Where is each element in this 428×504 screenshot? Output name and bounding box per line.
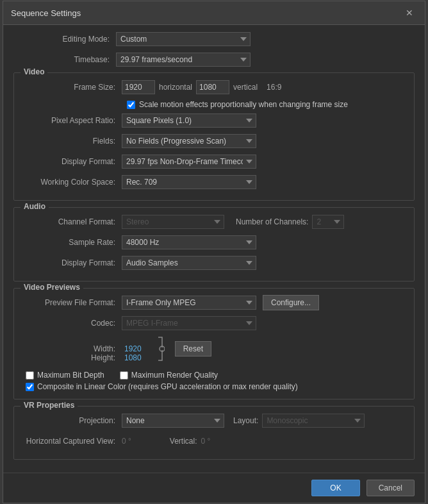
preview-file-format-row: Preview File Format: I-Frame Only MPEG C… [19, 295, 409, 310]
vertical-label-vr: Vertical: [170, 437, 197, 446]
projection-label: Projection: [19, 416, 122, 425]
vertical-label: vertical [233, 83, 258, 92]
editing-mode-label: Editing Mode: [13, 35, 116, 44]
composite-linear-checkbox[interactable] [26, 383, 34, 391]
layout-select[interactable]: Monoscopic [262, 414, 365, 428]
aspect-ratio: 16:9 [267, 83, 281, 92]
fields-select[interactable]: No Fields (Progressive Scan) [122, 134, 256, 148]
max-render-quality-label: Maximum Render Quality [131, 371, 218, 380]
link-bracket [152, 336, 165, 362]
video-display-format-label: Display Format: [19, 157, 122, 166]
codec-label: Codec: [19, 319, 122, 328]
vr-properties-section: VR Properties Projection: None Layout: M… [13, 406, 415, 460]
channel-format-row: Channel Format: Stereo Number of Channel… [19, 214, 409, 230]
working-color-space-row: Working Color Space: Rec. 709 [19, 174, 409, 190]
preview-height-label: Height: [19, 353, 122, 362]
codec-select[interactable]: MPEG I-Frame [122, 316, 256, 330]
link-bracket-svg [152, 336, 165, 362]
vr-properties-title: VR Properties [21, 401, 78, 410]
dialog-content: Editing Mode: Custom Timebase: 29.97 fra… [3, 25, 425, 473]
vertical-value: 0 ° [201, 437, 211, 446]
preview-file-format-select[interactable]: I-Frame Only MPEG [122, 296, 256, 310]
composite-linear-label: Composite in Linear Color (requires GPU … [37, 382, 298, 391]
sequence-settings-dialog: Sequence Settings ✕ Editing Mode: Custom… [3, 1, 425, 503]
composite-linear-row: Composite in Linear Color (requires GPU … [26, 382, 409, 391]
preview-file-format-label: Preview File Format: [19, 298, 122, 307]
working-color-space-select[interactable]: Rec. 709 [122, 175, 256, 189]
video-previews-title: Video Previews [21, 283, 83, 292]
num-channels-select[interactable]: 2 [312, 215, 344, 229]
pixel-aspect-label: Pixel Aspect Ratio: [19, 116, 122, 125]
preview-height-value: 1080 [124, 353, 142, 362]
max-bit-depth-label: Maximum Bit Depth [37, 371, 104, 380]
fields-row: Fields: No Fields (Progressive Scan) [19, 133, 409, 149]
timebase-select[interactable]: 29.97 frames/second [116, 53, 251, 67]
quality-checkboxes-row: Maximum Bit Depth Maximum Render Quality [26, 371, 409, 380]
editing-mode-select[interactable]: Custom [116, 32, 251, 46]
configure-button[interactable]: Configure... [263, 295, 319, 310]
reset-area: Reset [175, 341, 211, 357]
max-bit-depth-checkbox[interactable] [26, 371, 34, 380]
audio-display-format-row: Display Format: Audio Samples [19, 255, 409, 271]
dialog-title: Sequence Settings [11, 8, 81, 18]
horizontal-label: horizontal [159, 83, 192, 92]
audio-display-format-label: Display Format: [19, 258, 122, 267]
sample-rate-row: Sample Rate: 48000 Hz [19, 235, 409, 250]
scale-checkbox-row: Scale motion effects proportionally when… [19, 100, 409, 109]
video-display-format-select[interactable]: 29.97 fps Non-Drop-Frame Timecode [122, 155, 256, 169]
audio-section: Audio Channel Format: Stereo Number of C… [13, 207, 415, 281]
cancel-button[interactable]: Cancel [366, 480, 415, 496]
captured-view-row: Horizontal Captured View: 0 ° Vertical: … [19, 433, 409, 449]
reset-button[interactable]: Reset [175, 341, 211, 357]
video-section: Video Frame Size: 1920 horizontal 1080 v… [13, 72, 415, 201]
frame-height-input[interactable]: 1080 [196, 80, 229, 94]
pixel-aspect-select[interactable]: Square Pixels (1.0) [122, 113, 256, 128]
preview-width-label: Width: [19, 344, 122, 353]
video-display-format-row: Display Format: 29.97 fps Non-Drop-Frame… [19, 154, 409, 169]
editing-mode-row: Editing Mode: Custom [13, 31, 415, 47]
max-bit-depth-container: Maximum Bit Depth [26, 371, 104, 380]
frame-size-label: Frame Size: [19, 83, 122, 92]
num-channels-label: Number of Channels: [236, 217, 308, 226]
sample-rate-select[interactable]: 48000 Hz [122, 235, 256, 249]
frame-width-input[interactable]: 1920 [122, 80, 155, 94]
timebase-row: Timebase: 29.97 frames/second [13, 52, 415, 67]
audio-display-format-select[interactable]: Audio Samples [122, 256, 256, 270]
fields-label: Fields: [19, 137, 122, 146]
codec-row: Codec: MPEG I-Frame [19, 315, 409, 331]
preview-width-value: 1920 [124, 344, 142, 353]
scale-checkbox[interactable] [127, 101, 135, 109]
max-render-quality-checkbox[interactable] [120, 371, 128, 380]
horizontal-captured-label: Horizontal Captured View: [19, 437, 122, 446]
horizontal-captured-value: 0 ° [122, 437, 131, 446]
layout-label: Layout: [233, 416, 258, 425]
channel-format-select[interactable]: Stereo [122, 215, 224, 229]
timebase-label: Timebase: [13, 55, 116, 64]
projection-select[interactable]: None [122, 414, 224, 428]
video-section-title: Video [21, 67, 47, 76]
dialog-footer: OK Cancel [3, 473, 425, 503]
title-bar: Sequence Settings ✕ [3, 1, 425, 25]
frame-size-row: Frame Size: 1920 horizontal 1080 vertica… [19, 80, 409, 95]
scale-checkbox-label: Scale motion effects proportionally when… [139, 100, 348, 109]
channel-format-label: Channel Format: [19, 217, 122, 226]
max-render-quality-container: Maximum Render Quality [120, 371, 218, 380]
audio-section-title: Audio [21, 202, 49, 211]
working-color-space-label: Working Color Space: [19, 178, 122, 187]
sample-rate-label: Sample Rate: [19, 238, 122, 247]
projection-row: Projection: None Layout: Monoscopic [19, 413, 409, 428]
video-previews-section: Video Previews Preview File Format: I-Fr… [13, 288, 415, 399]
close-button[interactable]: ✕ [402, 6, 417, 19]
pixel-aspect-row: Pixel Aspect Ratio: Square Pixels (1.0) [19, 113, 409, 128]
ok-button[interactable]: OK [311, 480, 359, 496]
